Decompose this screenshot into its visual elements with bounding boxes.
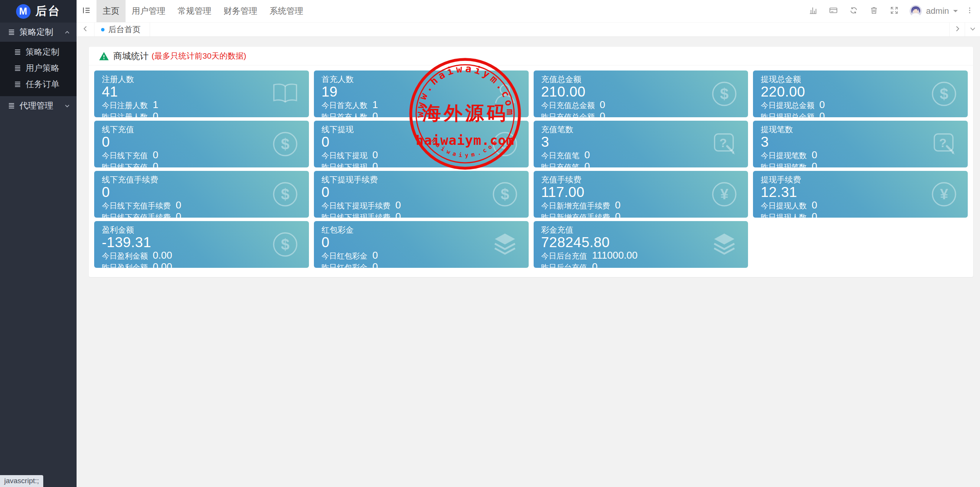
sidebar-menu: 策略定制策略定制用户策略任务订单代理管理 xyxy=(0,23,77,115)
nav-tab[interactable]: 用户管理 xyxy=(126,0,172,22)
stat-card: 彩金充值728245.80今日后台充值111000.00昨日后台充值0 xyxy=(534,221,748,268)
sidebar: M 后台 策略定制策略定制用户策略任务订单代理管理 xyxy=(0,0,77,487)
nav-tab[interactable]: 系统管理 xyxy=(263,0,309,22)
stat-row-label: 今日提现人数 xyxy=(761,201,807,211)
stat-row-value: 0 xyxy=(819,111,825,117)
list-icon xyxy=(14,64,21,72)
stat-card-row: 昨日盈利金额0.00 xyxy=(102,262,301,268)
stat-card: 注册人数41今日注册人数1昨日注册人数0 xyxy=(94,71,309,117)
fullscreen-icon xyxy=(890,6,899,16)
sidebar-group[interactable]: 策略定制 xyxy=(0,23,77,42)
stat-card-row: 昨日新增充值手续费0 xyxy=(541,212,741,218)
yen-icon: ¥ xyxy=(929,180,959,209)
stat-row-value: 0 xyxy=(395,212,401,218)
user-icon xyxy=(490,79,519,108)
stat-row-label: 昨日充值总金额 xyxy=(541,112,595,117)
stat-row-label: 昨日首充人数 xyxy=(322,112,368,117)
stat-card-row: 昨日后台充值0 xyxy=(541,262,741,268)
nav-tab[interactable]: 财务管理 xyxy=(217,0,263,22)
stat-row-label: 今日充值总金额 xyxy=(541,100,595,111)
stat-row-value: 0 xyxy=(372,250,378,261)
nav-tab[interactable]: 常规管理 xyxy=(172,0,217,22)
stat-card-row: 昨日注册人数0 xyxy=(102,111,301,117)
statistics-panel: 商城统计 (最多只统计前30天的数据) 注册人数41今日注册人数1昨日注册人数0… xyxy=(89,47,973,277)
list-icon xyxy=(14,80,21,88)
stat-row-value: 0 xyxy=(615,200,621,210)
stat-row-value: 0 xyxy=(153,150,158,160)
stat-row-value: 0 xyxy=(812,200,817,210)
stat-row-value: 0 xyxy=(600,100,605,110)
stat-row-label: 今日注册人数 xyxy=(102,100,148,111)
stat-row-label: 今日线下充值 xyxy=(102,151,148,161)
bar-chart-button[interactable] xyxy=(803,0,823,22)
stat-row-label: 今日提现笔数 xyxy=(761,151,807,161)
dollar-icon: $ xyxy=(271,130,300,159)
stat-row-label: 昨日提现人数 xyxy=(761,212,807,218)
book-icon xyxy=(271,79,300,108)
stat-row-value: 0 xyxy=(395,200,401,210)
stat-row-label: 今日线下提现 xyxy=(322,151,368,161)
main-nav-tabs: 主页用户管理常规管理财务管理系统管理 xyxy=(96,0,309,22)
stat-row-value: 0 xyxy=(372,150,378,160)
main-content: 商城统计 (最多只统计前30天的数据) 注册人数41今日注册人数1昨日注册人数0… xyxy=(77,37,980,487)
stat-row-label: 昨日红包彩金 xyxy=(322,262,368,268)
layers-icon xyxy=(710,230,739,259)
card-icon xyxy=(829,6,838,16)
page-tab-label: 后台首页 xyxy=(108,24,140,35)
stat-card-row: 昨日线下提现手续费0 xyxy=(322,212,521,218)
stat-card: 线下充值0今日线下充值0昨日线下充值0$ xyxy=(94,121,309,167)
sidebar-group[interactable]: 代理管理 xyxy=(0,96,77,115)
refresh-icon xyxy=(849,6,858,16)
caret-down-icon xyxy=(953,10,958,15)
svg-text:¥: ¥ xyxy=(940,186,948,202)
list-icon xyxy=(14,48,21,56)
stat-row-value: 1 xyxy=(372,100,378,110)
stat-card: 充值手续费117.00今日新增充值手续费0昨日新增充值手续费0¥ xyxy=(534,171,748,218)
more-options-button[interactable] xyxy=(963,0,976,22)
stat-row-label: 今日红包彩金 xyxy=(322,251,368,261)
refresh-button[interactable] xyxy=(843,0,864,22)
svg-text:$: $ xyxy=(281,236,289,253)
stat-card: 提现总金额220.00今日提现总金额0昨日提现总金额0$ xyxy=(753,71,968,117)
page-tab[interactable]: 后台首页 xyxy=(95,23,150,36)
warning-triangle-icon xyxy=(99,51,109,61)
stat-row-value: 0 xyxy=(812,150,817,160)
stat-row-label: 今日新增充值手续费 xyxy=(541,201,610,211)
chevron-left-icon xyxy=(82,25,89,34)
stat-row-value: 0 xyxy=(176,200,181,210)
stat-row-value: 0 xyxy=(153,111,158,117)
stat-row-label: 昨日线下提现手续费 xyxy=(322,212,390,218)
stat-card-row: 昨日提现人数0 xyxy=(761,212,960,218)
tab-menu-button[interactable] xyxy=(965,23,980,36)
sidebar-item-label: 任务订单 xyxy=(26,79,59,90)
stat-card-grid: 注册人数41今日注册人数1昨日注册人数0首充人数19今日首充人数1昨日首充人数0… xyxy=(89,66,973,277)
nav-tab[interactable]: 主页 xyxy=(96,0,126,22)
svg-text:$: $ xyxy=(940,85,948,102)
stat-card: 充值笔数3今日充值笔0昨日充值笔0? xyxy=(534,121,748,167)
chevron-down-icon xyxy=(969,25,977,34)
stat-row-label: 昨日后台充值 xyxy=(541,262,587,268)
sidebar-item[interactable]: 任务订单 xyxy=(0,76,77,92)
fullscreen-button[interactable] xyxy=(884,0,904,22)
bar-chart-icon xyxy=(808,6,818,16)
stat-row-label: 昨日新增充值手续费 xyxy=(541,212,610,218)
tab-scroll-right-button[interactable] xyxy=(949,23,965,36)
card-button[interactable] xyxy=(823,0,843,22)
stat-row-label: 昨日提现总金额 xyxy=(761,112,814,117)
panel-title: 商城统计 xyxy=(113,50,149,62)
stat-row-value: 0 xyxy=(372,262,378,268)
page-tab-bar: 后台首页 xyxy=(77,23,980,37)
sidebar-submenu: 策略定制用户策略任务订单 xyxy=(0,42,77,96)
collapse-sidebar-button[interactable] xyxy=(77,0,96,22)
tab-scroll-left-button[interactable] xyxy=(77,23,95,36)
sidebar-item[interactable]: 策略定制 xyxy=(0,44,77,60)
help-icon: ? xyxy=(929,130,959,159)
layers-icon xyxy=(490,230,519,259)
dollar-icon: $ xyxy=(710,79,739,108)
list-icon xyxy=(8,28,15,36)
stat-card-row: 昨日线下提现0 xyxy=(322,161,521,167)
sidebar-item[interactable]: 用户策略 xyxy=(0,60,77,76)
trash-button[interactable] xyxy=(864,0,884,22)
stat-row-label: 昨日提现笔数 xyxy=(761,162,807,167)
user-menu[interactable]: admin xyxy=(904,0,963,22)
